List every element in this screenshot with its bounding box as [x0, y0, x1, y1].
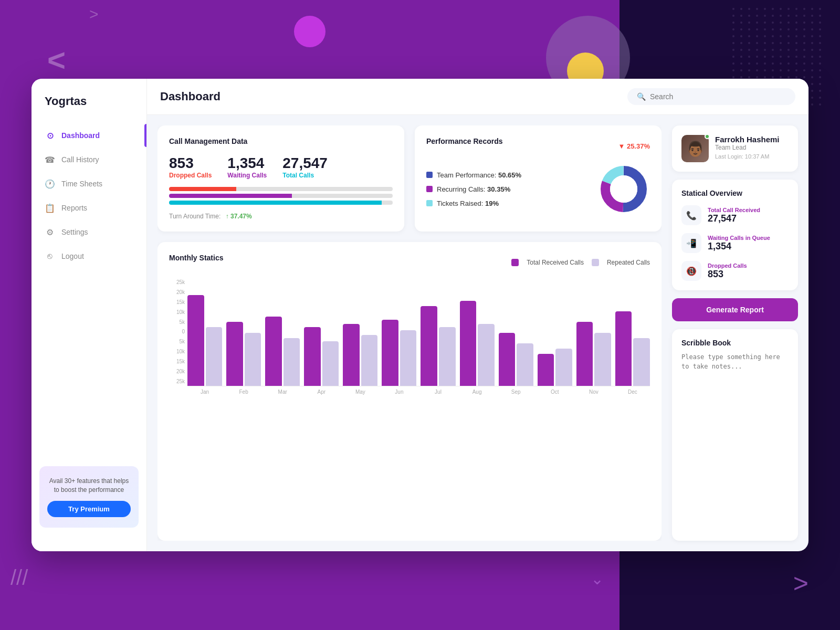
svg-point-82 — [811, 49, 813, 51]
sidebar-item-reports[interactable]: 📋 Reports — [32, 196, 146, 219]
scribble-textarea[interactable] — [681, 352, 789, 394]
team-label: Team Performance: 50.65% — [437, 171, 521, 179]
performance-header: Performance Records ▼ 25.37% — [426, 137, 650, 155]
bar-group — [382, 279, 416, 386]
phone-received-icon: 📞 — [686, 211, 697, 220]
bar-repeated — [633, 338, 650, 386]
svg-point-126 — [780, 76, 782, 78]
svg-point-119 — [819, 69, 821, 71]
avatar-container: 👨🏾 — [681, 135, 709, 162]
queue-icon: 📲 — [686, 238, 697, 248]
svg-point-179 — [819, 103, 821, 106]
svg-point-8 — [795, 8, 797, 10]
svg-point-112 — [764, 69, 766, 71]
sidebar-item-time-sheets[interactable]: 🕐 Time Sheets — [32, 172, 146, 195]
clock-icon: 🕐 — [45, 178, 55, 189]
x-axis-label: May — [343, 389, 377, 395]
svg-point-85 — [740, 56, 742, 58]
try-premium-button[interactable]: Try Premium — [47, 501, 131, 517]
sidebar-item-dashboard[interactable]: ⊙ Dashboard — [32, 124, 146, 147]
svg-point-110 — [748, 69, 750, 71]
svg-point-21 — [803, 15, 805, 17]
sidebar-item-label: Dashboard — [61, 131, 100, 140]
svg-point-81 — [803, 49, 805, 51]
recurring-dot — [426, 186, 433, 192]
svg-point-122 — [748, 76, 750, 78]
user-profile: 👨🏾 Farrokh Hashemi Team Lead Last Login:… — [672, 125, 798, 172]
svg-point-108 — [732, 69, 734, 71]
svg-point-116 — [795, 69, 797, 71]
svg-point-0 — [732, 8, 734, 10]
bar-total — [382, 320, 398, 386]
bar-group — [460, 279, 495, 386]
svg-point-121 — [740, 76, 742, 78]
svg-point-47 — [819, 28, 821, 30]
svg-point-25 — [740, 22, 742, 24]
svg-point-76 — [764, 49, 766, 51]
svg-point-65 — [772, 42, 774, 44]
stats-row: 853 Dropped Calls 1,354 Waiting Calls 27… — [169, 155, 393, 179]
bar-total — [187, 295, 204, 386]
svg-point-67 — [788, 42, 790, 44]
bar-total — [343, 324, 360, 386]
svg-point-37 — [740, 28, 742, 30]
svg-point-101 — [772, 62, 774, 65]
dropped-calls-label: Dropped Calls — [169, 172, 212, 179]
svg-point-131 — [819, 76, 821, 78]
svg-point-46 — [811, 28, 813, 30]
bar-repeated — [478, 324, 495, 386]
dropped-calls-overview-value: 853 — [708, 269, 747, 280]
sidebar-item-logout[interactable]: ⎋ Logout — [32, 245, 146, 268]
svg-point-88 — [764, 56, 766, 58]
legend-recurring: Recurring Calls: 30.35% — [426, 185, 587, 193]
svg-point-72 — [732, 49, 734, 51]
sidebar-item-label: Reports — [61, 204, 87, 212]
svg-point-78 — [780, 49, 782, 51]
x-axis-label: Apr — [304, 389, 339, 395]
svg-point-44 — [795, 28, 797, 30]
bar-repeated — [284, 338, 300, 386]
sidebar-item-call-history[interactable]: ☎ Call History — [32, 148, 146, 171]
dashboard-icon: ⊙ — [45, 130, 55, 141]
top-row-cards: Call Management Data 853 Dropped Calls 1… — [158, 125, 662, 232]
bar-group — [576, 279, 611, 386]
bar-repeated — [594, 333, 611, 386]
avatar: 👨🏾 — [681, 135, 709, 162]
statistical-overview: Statical Overview 📞 Total Call Received … — [672, 180, 798, 290]
x-axis-label: Nov — [576, 389, 611, 395]
x-axis: JanFebMarAprMayJunJulAugSepOctNovDec — [187, 386, 650, 395]
user-info: Farrokh Hashemi Team Lead Last Login: 10… — [715, 135, 780, 160]
total-calls-label: Total Calls — [282, 172, 328, 179]
generate-report-button[interactable]: Generate Report — [672, 298, 798, 321]
total-calls-value: 27,547 — [282, 155, 328, 172]
recurring-label: Recurring Calls: 30.35% — [437, 185, 510, 193]
svg-point-61 — [740, 42, 742, 44]
svg-point-7 — [788, 8, 790, 10]
svg-point-14 — [748, 15, 750, 17]
missed-call-icon: 📵 — [686, 266, 697, 276]
tickets-label: Tickets Raised: 19% — [437, 200, 499, 207]
total-calls-stat: 27,547 Total Calls — [282, 155, 328, 179]
page-title: Dashboard — [160, 90, 220, 103]
search-bar[interactable]: 🔍 — [627, 88, 795, 105]
search-input[interactable] — [650, 92, 786, 101]
svg-point-95 — [819, 56, 821, 58]
svg-point-62 — [748, 42, 750, 44]
svg-point-94 — [811, 56, 813, 58]
bg-left-arrow-icon: < — [47, 42, 66, 78]
dropped-calls-info: Dropped Calls 853 — [708, 262, 747, 280]
svg-point-2 — [748, 8, 750, 10]
svg-point-115 — [788, 69, 790, 71]
svg-point-99 — [756, 62, 758, 65]
svg-point-13 — [740, 15, 742, 17]
logout-icon: ⎋ — [45, 251, 55, 261]
svg-point-84 — [732, 56, 734, 58]
waiting-progress-bar — [169, 194, 393, 198]
bar-group — [226, 279, 261, 386]
sidebar-item-settings[interactable]: ⚙ Settings — [32, 220, 146, 244]
svg-point-45 — [803, 28, 805, 30]
bar-total — [226, 322, 243, 386]
svg-point-97 — [740, 62, 742, 65]
turnaround-value: 37.47% — [230, 213, 252, 220]
svg-point-33 — [803, 22, 805, 24]
